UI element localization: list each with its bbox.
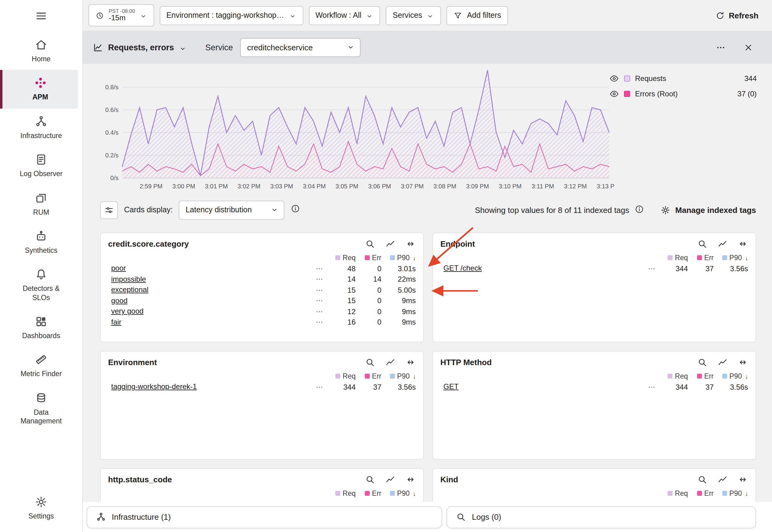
ellipsis-icon[interactable] (315, 275, 324, 284)
row-menu-button[interactable] (645, 383, 658, 391)
panel-close-button[interactable] (743, 42, 754, 52)
search-icon[interactable] (365, 239, 375, 249)
card-compare-button[interactable] (405, 474, 416, 485)
row-menu-button[interactable] (313, 297, 326, 305)
sidebar-item-rum[interactable]: RUM (0, 185, 82, 223)
row-menu-button[interactable] (313, 275, 326, 284)
sidebar-item-infrastructure[interactable]: Infrastructure (0, 109, 82, 147)
card-chart-button[interactable] (385, 474, 396, 485)
card-search-button[interactable] (697, 357, 708, 368)
column-header-req[interactable]: Req (658, 490, 688, 497)
ellipsis-icon[interactable] (315, 286, 324, 295)
logs-button[interactable]: Logs (0) (447, 506, 756, 528)
double-arrow-icon[interactable] (405, 474, 416, 485)
card-search-button[interactable] (365, 357, 375, 368)
mini-chart-icon[interactable] (717, 474, 728, 485)
column-header-err[interactable]: Err (688, 254, 714, 261)
hamburger-menu-button[interactable] (0, 0, 82, 32)
double-arrow-icon[interactable] (405, 239, 416, 249)
mini-chart-icon[interactable] (385, 239, 396, 249)
card-compare-button[interactable] (738, 474, 748, 485)
cards-display-info[interactable] (291, 204, 300, 216)
add-filters-button[interactable]: Add filters (447, 6, 508, 25)
sidebar-item-home[interactable]: Home (0, 32, 82, 70)
card-chart-button[interactable] (717, 474, 728, 485)
services-filter-dropdown[interactable]: Services (386, 6, 441, 25)
indexed-tags-info-icon[interactable] (634, 204, 644, 216)
ellipsis-icon[interactable] (647, 383, 656, 391)
ellipsis-icon[interactable] (315, 383, 324, 391)
column-header-req[interactable]: Req (658, 254, 688, 261)
cards-display-dropdown[interactable]: Latency distribution (179, 200, 284, 219)
card-chart-button[interactable] (717, 357, 728, 368)
ellipsis-icon[interactable] (315, 307, 324, 316)
tag-value-link[interactable]: GET /check (440, 264, 482, 273)
double-arrow-icon[interactable] (738, 357, 748, 368)
column-header-p90[interactable]: P90↓ (381, 372, 416, 380)
column-header-p90[interactable]: P90↓ (714, 372, 748, 380)
column-header-p90[interactable]: P90↓ (381, 490, 416, 497)
column-header-req[interactable]: Req (326, 254, 356, 261)
manage-indexed-tags-button[interactable]: Manage indexed tags (660, 205, 756, 215)
search-icon[interactable] (365, 474, 375, 485)
search-icon[interactable] (365, 357, 375, 368)
service-select[interactable]: creditcheckservice (241, 38, 361, 57)
time-range-picker[interactable]: PST -08:00 -15m (88, 4, 154, 26)
tag-value-link[interactable]: very good (108, 307, 143, 316)
card-compare-button[interactable] (738, 239, 748, 249)
ellipsis-icon[interactable] (315, 318, 324, 327)
tag-value-link[interactable]: impossible (108, 275, 146, 283)
double-arrow-icon[interactable] (405, 357, 416, 368)
double-arrow-icon[interactable] (738, 239, 748, 249)
card-search-button[interactable] (365, 239, 375, 249)
column-header-req[interactable]: Req (658, 372, 688, 380)
mini-chart-icon[interactable] (385, 357, 396, 368)
refresh-button[interactable]: Refresh (715, 11, 759, 20)
column-header-err[interactable]: Err (356, 372, 381, 380)
card-compare-button[interactable] (405, 357, 416, 368)
tag-value-link[interactable]: exceptional (108, 286, 148, 294)
workflow-filter-dropdown[interactable]: Workflow : All (309, 6, 380, 25)
row-menu-button[interactable] (313, 264, 326, 273)
card-compare-button[interactable] (738, 357, 748, 368)
tag-value-link[interactable]: tagging-workshop-derek-1 (108, 383, 197, 391)
card-chart-button[interactable] (385, 357, 396, 368)
column-header-req[interactable]: Req (326, 372, 356, 380)
mini-chart-icon[interactable] (385, 474, 396, 485)
mini-chart-icon[interactable] (717, 357, 728, 368)
environment-filter-dropdown[interactable]: Environment : tagging-workshop… (160, 6, 303, 25)
column-header-p90[interactable]: P90↓ (714, 254, 748, 261)
column-header-p90[interactable]: P90↓ (714, 490, 748, 497)
sidebar-item-dashboards[interactable]: Dashboards (0, 309, 82, 347)
tag-value-link[interactable]: good (108, 296, 127, 305)
column-header-err[interactable]: Err (688, 372, 714, 380)
column-header-err[interactable]: Err (356, 254, 381, 261)
column-header-err[interactable]: Err (356, 490, 381, 497)
card-search-button[interactable] (365, 474, 375, 485)
search-icon[interactable] (697, 474, 708, 485)
tag-value-link[interactable]: fair (108, 318, 121, 326)
row-menu-button[interactable] (313, 383, 326, 391)
card-search-button[interactable] (697, 239, 708, 249)
filter-settings-button[interactable] (100, 201, 118, 219)
card-chart-button[interactable] (385, 239, 396, 249)
eye-icon[interactable] (609, 89, 619, 99)
sidebar-item-log-observer[interactable]: Log Observer (0, 147, 82, 185)
eye-icon[interactable] (609, 74, 619, 83)
card-chart-button[interactable] (717, 239, 728, 249)
search-icon[interactable] (697, 239, 708, 249)
column-header-p90[interactable]: P90↓ (381, 254, 416, 261)
card-compare-button[interactable] (405, 239, 416, 249)
sidebar-item-synthetics[interactable]: Synthetics (0, 223, 82, 262)
column-header-err[interactable]: Err (688, 490, 714, 497)
sidebar-item-settings[interactable]: Settings (0, 489, 82, 527)
visibility-toggle[interactable] (609, 89, 619, 99)
ellipsis-icon[interactable] (315, 264, 324, 273)
tag-value-link[interactable]: GET (440, 383, 458, 391)
sidebar-item-apm[interactable]: APM (0, 70, 78, 109)
column-header-req[interactable]: Req (326, 490, 356, 497)
row-menu-button[interactable] (313, 307, 326, 316)
row-menu-button[interactable] (313, 286, 326, 295)
card-search-button[interactable] (697, 474, 708, 485)
row-menu-button[interactable] (313, 318, 326, 327)
